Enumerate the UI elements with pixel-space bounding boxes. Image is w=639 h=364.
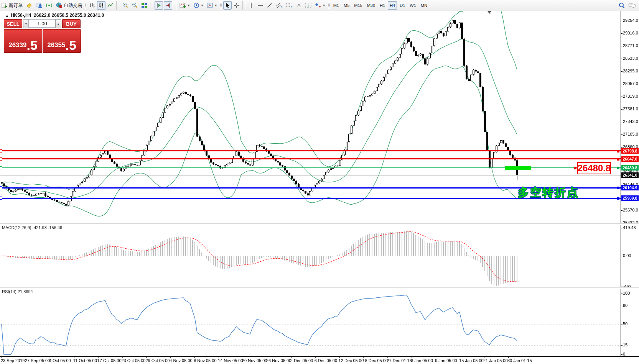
one-click-trading-panel: SELL ▼ 1.00 ▲ BUY 26339.5 26355.5: [3, 18, 81, 53]
buy-button[interactable]: BUY: [62, 19, 81, 28]
rsi-label: RSI(14) 21.8694: [2, 289, 33, 294]
buy-price-box[interactable]: 26355.5: [43, 29, 81, 53]
rsi-axis-tick: 0: [623, 352, 638, 356]
horizontal-line-button[interactable]: [256, 1, 265, 10]
chat-button[interactable]: [627, 1, 637, 10]
time-axis-label: 23 Oct 05:00: [122, 358, 146, 363]
timeframe-m15[interactable]: M15: [352, 1, 364, 10]
bar-chart-button[interactable]: [88, 1, 96, 10]
signals-button[interactable]: [44, 1, 54, 10]
turning-point-annotation[interactable]: 多空转折点: [518, 185, 579, 200]
trendline-button[interactable]: [265, 1, 274, 10]
chart-shift-marker-icon[interactable]: [487, 11, 491, 14]
search-button[interactable]: [617, 1, 626, 10]
price-axis-border: [621, 11, 621, 356]
support-line-1-left-anchor[interactable]: [0, 186, 2, 189]
auto-trading-button[interactable]: 自动交易: [54, 1, 83, 10]
pivot-tag-anchor[interactable]: [574, 167, 576, 169]
timeframe-h4[interactable]: H4: [388, 1, 397, 10]
macd-pane-splitter[interactable]: [0, 223, 639, 225]
zoom-in-button[interactable]: [121, 1, 130, 10]
tile-windows-button[interactable]: [140, 1, 148, 10]
crosshair-button[interactable]: [232, 1, 241, 10]
indicators-icon: [180, 2, 186, 8]
periods-button[interactable]: ▼: [192, 1, 205, 10]
price-axis-tick: 27819.0: [623, 94, 638, 98]
chart-shift-button[interactable]: [164, 1, 172, 10]
toolbar-grip[interactable]: [85, 2, 86, 9]
text-button[interactable]: A: [295, 1, 303, 10]
support-2-price-tag: 25909.8: [621, 195, 639, 201]
collapse-panel-icon[interactable]: ▲: [5, 14, 9, 18]
timeframe-w1[interactable]: W1: [408, 1, 418, 10]
timeframe-m1[interactable]: M1: [331, 1, 341, 10]
cursor-button[interactable]: [223, 1, 232, 10]
fibonacci-icon: F: [286, 2, 293, 8]
support-line-1-right-anchor[interactable]: [617, 187, 619, 189]
price-axis-tick: 28533.0: [623, 56, 638, 61]
buy-price-main: 26355: [47, 41, 65, 52]
timeframe-h1[interactable]: H1: [378, 1, 387, 10]
resistance-line-1[interactable]: [0, 150, 621, 151]
vertical-line-button[interactable]: [247, 1, 255, 10]
pivot-price-tag[interactable]: 26480.8: [577, 162, 611, 174]
timeframe-d1[interactable]: D1: [398, 1, 407, 10]
current-price-tag: 26341.0: [621, 172, 639, 178]
auto-scroll-button[interactable]: [155, 1, 163, 10]
resistance-line-1-left-anchor[interactable]: [0, 149, 2, 152]
line-chart-button[interactable]: [106, 1, 115, 10]
time-axis-label: 23 Sep 2019: [1, 358, 25, 363]
fibonacci-button[interactable]: F: [285, 1, 294, 10]
toolbar-grip[interactable]: [220, 2, 222, 9]
resistance-line-2[interactable]: [0, 158, 621, 159]
resistance-line-2-left-anchor[interactable]: [0, 157, 2, 161]
equidistant-channel-button[interactable]: E: [275, 1, 284, 10]
volume-input[interactable]: 1.00: [28, 19, 56, 28]
profile-icon: [36, 2, 43, 8]
signal-icon: [46, 2, 53, 8]
templates-button[interactable]: ▼: [206, 1, 219, 10]
pivot-line-left-anchor[interactable]: [0, 166, 2, 169]
sell-price-frac: .5: [26, 39, 37, 52]
sell-price-box[interactable]: 26339.5: [4, 29, 42, 53]
time-axis-label: 12 Dec 05:00: [339, 358, 364, 363]
time-axis-label: 11 Oct 05:00: [73, 358, 97, 363]
timeframe-mn[interactable]: MN: [419, 1, 429, 10]
time-axis-label: 4 Nov 05:00: [170, 358, 192, 363]
zoom-in-icon: [122, 2, 128, 8]
price-axis-tick: 29254.0: [623, 18, 638, 23]
new-order-button[interactable]: 新订单: [0, 1, 24, 10]
zoom-out-button[interactable]: [130, 1, 139, 10]
timeframe-m5[interactable]: M5: [342, 1, 351, 10]
support-line-2-right-anchor[interactable]: [617, 197, 619, 200]
eraser-icon: [26, 2, 33, 8]
chevron-down-icon: ▼: [214, 4, 217, 7]
timeframe-m30[interactable]: M30: [365, 1, 377, 10]
arrows-shapes-button[interactable]: ▼: [314, 1, 327, 10]
sell-button[interactable]: SELL: [4, 19, 22, 28]
time-axis-label: 20 Nov 05:00: [242, 358, 267, 363]
pivot-line-right-anchor[interactable]: [617, 167, 619, 169]
pivot-highlight-bar[interactable]: [505, 166, 531, 170]
time-axis-label: 30 Jan 01:15: [507, 358, 532, 363]
layouts-button[interactable]: [25, 1, 34, 10]
volume-increase-button[interactable]: ▲: [55, 19, 61, 28]
support-line-2-left-anchor[interactable]: [0, 197, 2, 200]
text-label-button[interactable]: T: [304, 1, 313, 10]
indicators-button[interactable]: ▼: [178, 1, 191, 10]
arrows-shapes-icon: [315, 2, 322, 8]
market-watch-button[interactable]: [35, 1, 44, 10]
caret-up-icon: ▲: [57, 23, 60, 25]
buy-price-frac: .5: [65, 39, 76, 52]
candlestick-chart-button[interactable]: [97, 1, 105, 10]
horizontal-line-icon: [257, 2, 264, 8]
time-axis-label: 3 Jan 05:00: [411, 358, 433, 363]
toolbar-grip[interactable]: [328, 2, 330, 9]
resistance-line-1-right-anchor[interactable]: [617, 150, 619, 152]
vertical-line-icon: [249, 2, 254, 8]
macd-axis-tick: 419.43: [623, 225, 638, 230]
price-axis-tick: 27581.0: [623, 107, 638, 111]
toolbar-separator: [242, 1, 245, 10]
resistance-line-2-right-anchor[interactable]: [617, 158, 619, 161]
rsi-pane-splitter[interactable]: [0, 287, 639, 289]
